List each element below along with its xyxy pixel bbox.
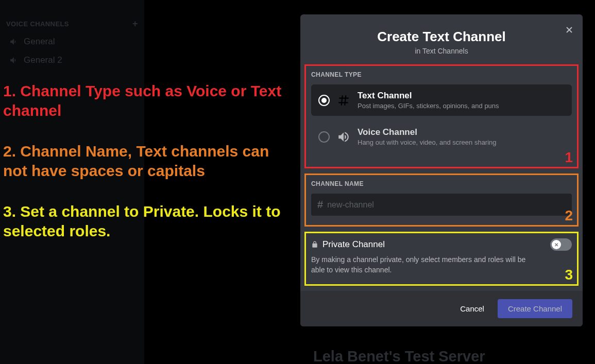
- create-channel-modal: Create Text Channel in Text Channels CHA…: [300, 14, 583, 326]
- voice-option-desc: Hang out with voice, video, and screen s…: [358, 138, 497, 146]
- private-desc: By making a channel private, only select…: [311, 255, 538, 275]
- toggle-knob: [552, 240, 561, 249]
- section-number-2: 2: [565, 207, 573, 224]
- close-button[interactable]: [564, 23, 574, 39]
- speaker-icon: [9, 56, 19, 65]
- annotation-2: 2. Channel Name, Text channels can not h…: [3, 142, 292, 180]
- annotations-overlay: 1. Channel Type such as Voice or Text ch…: [3, 81, 292, 262]
- create-channel-button[interactable]: Create Channel: [498, 299, 572, 318]
- server-name-ghost: Lela Benet's Test Server: [313, 348, 485, 364]
- hash-icon: [337, 94, 350, 107]
- voice-option-title: Voice Channel: [358, 127, 497, 137]
- voice-channel-item[interactable]: General: [0, 32, 144, 51]
- section-number-1: 1: [565, 149, 573, 166]
- annotation-3: 3. Set a channel to Private. Locks it to…: [3, 202, 292, 240]
- close-icon: [564, 25, 574, 35]
- radio-unselected-icon: [318, 131, 330, 143]
- modal-title: Create Text Channel: [311, 29, 572, 45]
- private-section: Private Channel By making a channel priv…: [304, 232, 579, 286]
- channel-name-input[interactable]: [327, 200, 566, 210]
- voice-channels-label: VOICE CHANNELS: [6, 20, 69, 28]
- hash-icon: #: [317, 199, 323, 211]
- modal-footer: Cancel Create Channel: [300, 291, 583, 326]
- speaker-icon: [9, 37, 19, 46]
- channel-type-label: CHANNEL TYPE: [311, 71, 572, 78]
- modal-header: Create Text Channel in Text Channels: [300, 14, 583, 64]
- channel-name-label: CHANNEL NAME: [311, 180, 572, 187]
- cancel-button[interactable]: Cancel: [450, 299, 495, 318]
- text-channel-option[interactable]: Text Channel Post images, GIFs, stickers…: [311, 84, 572, 116]
- voice-channel-label: General 2: [24, 55, 62, 65]
- section-number-3: 3: [565, 267, 573, 283]
- speaker-icon: [337, 130, 350, 144]
- voice-channel-option[interactable]: Voice Channel Hang out with voice, video…: [311, 121, 572, 152]
- text-option-title: Text Channel: [358, 91, 499, 101]
- private-toggle[interactable]: [550, 238, 572, 251]
- lock-icon: [311, 241, 318, 248]
- private-title: Private Channel: [322, 239, 385, 250]
- add-channel-icon[interactable]: +: [132, 19, 138, 29]
- channel-name-input-wrap[interactable]: #: [311, 194, 572, 216]
- voice-channels-header[interactable]: VOICE CHANNELS +: [0, 15, 144, 32]
- voice-channel-item[interactable]: General 2: [0, 51, 144, 70]
- text-option-desc: Post images, GIFs, stickers, opinions, a…: [358, 102, 499, 110]
- private-row: Private Channel: [311, 238, 572, 251]
- channel-name-section: CHANNEL NAME # 2: [304, 174, 579, 227]
- modal-subtitle: in Text Channels: [311, 47, 572, 55]
- voice-channel-label: General: [24, 37, 55, 47]
- annotation-1: 1. Channel Type such as Voice or Text ch…: [3, 81, 292, 120]
- channel-type-section: CHANNEL TYPE Text Channel Post images, G…: [304, 64, 579, 168]
- radio-selected-icon: [318, 95, 330, 106]
